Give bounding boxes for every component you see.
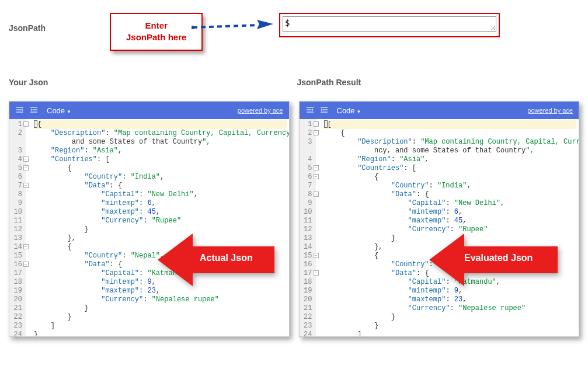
svg-marker-2	[257, 20, 273, 29]
powered-by-link[interactable]: powered by ace	[527, 107, 573, 114]
jsonpath-input-container	[279, 13, 500, 37]
your-json-label: Your Json	[9, 75, 291, 87]
arrow-label: Evaluated Json	[464, 253, 533, 263]
svg-point-1	[192, 26, 194, 29]
svg-line-0	[193, 25, 257, 27]
left-code-pane: Code▼ powered by ace 1−2 34−5−67−8910111…	[9, 101, 290, 337]
indent-right-icon[interactable]	[319, 106, 329, 115]
editor-left[interactable]: 1−2 34−5−67−891011121314−1516−1718192021…	[9, 119, 289, 336]
code-dropdown[interactable]: Code▼	[47, 106, 71, 115]
callout-line-1: Enter	[126, 20, 186, 32]
code-dropdown[interactable]: Code▼	[337, 106, 361, 115]
editor-toolbar: Code▼ powered by ace	[9, 102, 289, 119]
callout-line-2: JsonPath here	[126, 32, 186, 43]
indent-right-icon[interactable]	[29, 106, 39, 115]
editor-toolbar: Code▼ powered by ace	[300, 102, 579, 119]
editor-right[interactable]: 1−2−3 45−6−78−9101112131415−1617−1819202…	[300, 119, 579, 336]
callout-annotation: Enter JsonPath here	[110, 13, 203, 51]
arrow-label: Actual Json	[200, 253, 253, 263]
indent-left-icon[interactable]	[305, 106, 315, 115]
jsonpath-result-label: JsonPath Result	[297, 75, 580, 87]
indent-left-icon[interactable]	[15, 106, 25, 115]
jsonpath-label: JsonPath	[9, 6, 114, 33]
dashed-arrow-icon	[192, 20, 273, 35]
powered-by-link[interactable]: powered by ace	[238, 107, 283, 114]
actual-json-arrow: Actual Json	[158, 234, 274, 286]
evaluated-json-arrow: Evaluated Json	[429, 234, 558, 286]
right-code-pane: Code▼ powered by ace 1−2−3 45−6−78−91011…	[299, 101, 580, 337]
jsonpath-input[interactable]	[283, 16, 496, 32]
